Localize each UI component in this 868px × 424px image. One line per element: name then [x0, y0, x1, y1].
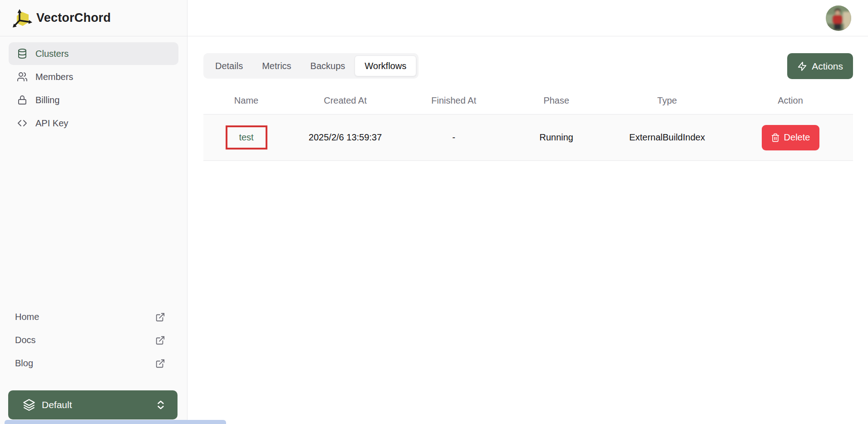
column-header-action: Action — [728, 87, 853, 114]
vectorchord-logo-icon — [12, 8, 33, 29]
delete-button-label: Delete — [784, 132, 810, 143]
workflow-name-link[interactable]: test — [239, 132, 253, 143]
external-link-icon — [155, 312, 165, 322]
sidebar-item-billing[interactable]: Billing — [9, 89, 178, 111]
column-header-phase: Phase — [506, 87, 607, 114]
cell-phase: Running — [506, 115, 607, 160]
code-icon — [17, 118, 28, 129]
trash-icon — [771, 133, 780, 142]
main-area: Details Metrics Backups Workflows Action… — [187, 0, 868, 424]
delete-button[interactable]: Delete — [762, 125, 819, 150]
sidebar-nav: Clusters Members Billing API Key — [0, 36, 187, 135]
chevrons-up-down-icon — [155, 399, 167, 411]
tab-label: Details — [215, 61, 243, 71]
sidebar-item-api-key[interactable]: API Key — [9, 112, 178, 135]
sidebar-item-members[interactable]: Members — [9, 65, 178, 88]
tab-metrics[interactable]: Metrics — [252, 55, 301, 76]
sidebar-link-label: Home — [15, 312, 39, 322]
cell-type: ExternalBuildIndex — [607, 115, 728, 160]
sidebar-item-label: Billing — [35, 95, 59, 105]
brand-header: VectorChord — [0, 0, 187, 36]
external-link-icon — [155, 335, 165, 345]
avatar[interactable] — [826, 5, 851, 31]
sidebar-item-label: API Key — [35, 118, 68, 129]
sidebar-footer-links: Home Docs Blog — [0, 305, 187, 375]
annotation-highlight-box: test — [226, 125, 267, 150]
toolbar: Details Metrics Backups Workflows Action… — [203, 53, 853, 79]
table-header-row: Name Created At Finished At Phase Type A… — [203, 87, 853, 114]
workspace-switcher-button[interactable]: Default — [8, 390, 178, 419]
sidebar-link-blog[interactable]: Blog — [0, 352, 187, 375]
sidebar-link-home[interactable]: Home — [0, 305, 187, 329]
sidebar-link-docs[interactable]: Docs — [0, 329, 187, 352]
sidebar-link-label: Blog — [15, 358, 33, 369]
layers-icon — [23, 399, 35, 411]
table-row: test 2025/2/6 13:59:37 - Running Externa… — [203, 114, 853, 161]
cluster-tabs: Details Metrics Backups Workflows — [203, 53, 419, 79]
workflows-panel: Details Metrics Backups Workflows Action… — [187, 36, 868, 161]
workspace-name: Default — [42, 399, 155, 410]
actions-button-label: Actions — [812, 61, 843, 72]
brand-name: VectorChord — [36, 11, 111, 25]
database-icon — [17, 48, 28, 59]
cell-name: test — [203, 115, 289, 160]
tab-backups[interactable]: Backups — [301, 55, 355, 76]
sidebar: VectorChord Clusters Members — [0, 0, 187, 424]
users-icon — [17, 71, 28, 82]
actions-button[interactable]: Actions — [787, 53, 853, 79]
sidebar-item-clusters[interactable]: Clusters — [9, 42, 178, 65]
sidebar-spacer — [0, 135, 187, 305]
tab-details[interactable]: Details — [206, 55, 252, 76]
column-header-finished-at: Finished At — [401, 87, 506, 114]
workflows-table: Name Created At Finished At Phase Type A… — [203, 87, 853, 161]
zap-icon — [797, 61, 807, 71]
lock-icon — [17, 95, 28, 105]
column-header-name: Name — [203, 87, 289, 114]
tab-workflows[interactable]: Workflows — [355, 55, 416, 76]
sidebar-item-label: Clusters — [35, 49, 69, 59]
top-bar — [187, 0, 868, 36]
sidebar-item-label: Members — [35, 72, 73, 82]
column-header-type: Type — [607, 87, 728, 114]
column-header-created-at: Created At — [289, 87, 401, 114]
bottom-overlay-strip — [5, 420, 226, 424]
sidebar-link-label: Docs — [15, 335, 36, 345]
cell-action: Delete — [728, 115, 853, 160]
tab-label: Backups — [311, 61, 345, 71]
cell-finished-at: - — [401, 115, 506, 160]
tab-label: Workflows — [365, 61, 406, 71]
cell-created-at: 2025/2/6 13:59:37 — [289, 115, 401, 160]
tab-label: Metrics — [262, 61, 291, 71]
external-link-icon — [155, 359, 165, 369]
